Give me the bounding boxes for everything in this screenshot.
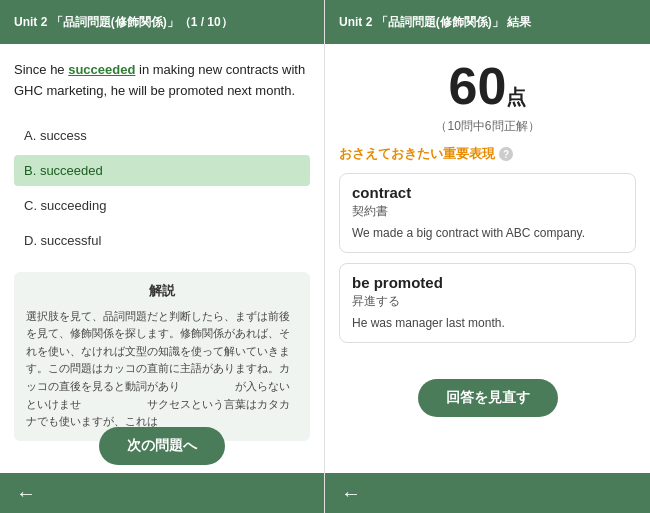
help-icon[interactable]: ? xyxy=(499,147,513,161)
right-back-arrow[interactable]: ← xyxy=(341,482,361,505)
option-c[interactable]: C. succeeding xyxy=(14,190,310,221)
score-display: 60点 xyxy=(339,60,636,112)
next-button[interactable]: 次の問題へ xyxy=(99,427,225,465)
explanation-text: 選択肢を見て、品詞問題だと判断したら、まずは前後を見て、修飾関係を探します。修飾… xyxy=(26,308,298,431)
left-header-text: Unit 2 「品詞問題(修飾関係)」（1 / 10） xyxy=(14,14,233,31)
vocab-example-promoted: He was manager last month. xyxy=(352,314,623,332)
important-label: おさえておきたい重要表現 ? xyxy=(339,145,636,163)
question-before: Since he xyxy=(14,62,68,77)
explanation-title: 解説 xyxy=(26,282,298,300)
left-panel: Unit 2 「品詞問題(修飾関係)」（1 / 10） Since he suc… xyxy=(0,0,325,513)
vocab-word-contract: contract xyxy=(352,184,623,201)
left-footer: ← xyxy=(0,473,324,513)
right-header-text: Unit 2 「品詞問題(修飾関係)」 結果 xyxy=(339,14,531,31)
score-unit: 点 xyxy=(506,86,526,108)
explanation-box: 解説 選択肢を見て、品詞問題だと判断したら、まずは前後を見て、修飾関係を探します… xyxy=(14,272,310,441)
option-b[interactable]: B. succeeded xyxy=(14,155,310,186)
options-list: A. success B. succeeded C. succeeding D.… xyxy=(14,120,310,256)
option-d[interactable]: D. successful xyxy=(14,225,310,256)
left-header: Unit 2 「品詞問題(修飾関係)」（1 / 10） xyxy=(0,0,324,44)
vocab-card-promoted: be promoted 昇進する He was manager last mon… xyxy=(339,263,636,343)
question-text: Since he succeeded in making new contrac… xyxy=(14,60,310,102)
vocab-example-promoted-before: He was xyxy=(352,316,392,330)
left-content: Since he succeeded in making new contrac… xyxy=(0,44,324,473)
right-header: Unit 2 「品詞問題(修飾関係)」 結果 xyxy=(325,0,650,44)
vocab-example-promoted-after: manager last month. xyxy=(395,316,504,330)
score-number: 60 xyxy=(449,57,507,115)
question-highlight: succeeded xyxy=(68,62,135,77)
vocab-meaning-promoted: 昇進する xyxy=(352,293,623,310)
important-label-text: おさえておきたい重要表現 xyxy=(339,145,495,163)
vocab-word-promoted: be promoted xyxy=(352,274,623,291)
vocab-example-contract: We made a big contract with ABC company. xyxy=(352,224,623,242)
review-button[interactable]: 回答を見直す xyxy=(418,379,558,417)
left-back-arrow[interactable]: ← xyxy=(16,482,36,505)
right-panel: Unit 2 「品詞問題(修飾関係)」 結果 60点 （10問中6問正解） おさ… xyxy=(325,0,650,513)
vocab-meaning-contract: 契約書 xyxy=(352,203,623,220)
option-a[interactable]: A. success xyxy=(14,120,310,151)
vocab-card-contract: contract 契約書 We made a big contract with… xyxy=(339,173,636,253)
score-sub: （10問中6問正解） xyxy=(339,118,636,135)
right-footer: ← xyxy=(325,473,650,513)
